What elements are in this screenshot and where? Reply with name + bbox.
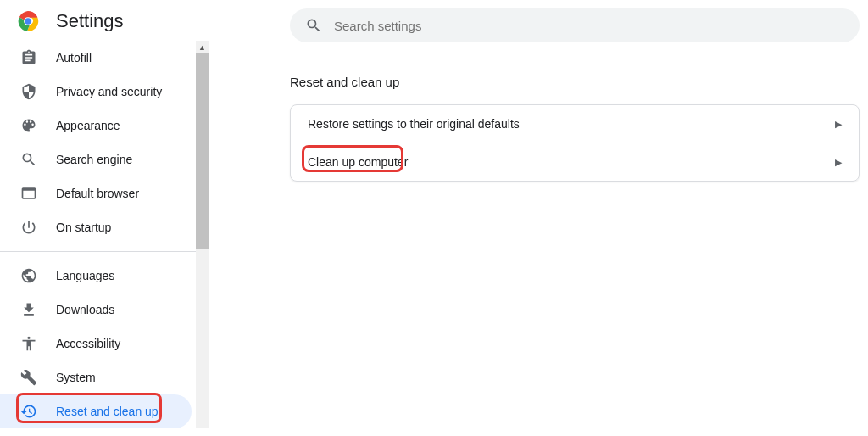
globe-icon (20, 267, 37, 284)
accessibility-icon (20, 335, 37, 352)
sidebar-item-search-engine[interactable]: Search engine (0, 143, 209, 176)
clipboard-icon (20, 49, 37, 66)
sidebar-item-label: Languages (56, 269, 114, 282)
sidebar-item-label: Downloads (56, 303, 114, 316)
power-icon (20, 219, 37, 236)
sidebar-item-label: Search engine (56, 153, 132, 166)
row-label: Restore settings to their original defau… (308, 117, 520, 131)
row-label: Clean up computer (308, 155, 408, 169)
sidebar-item-label: Autofill (56, 51, 92, 64)
search-input[interactable] (334, 19, 844, 33)
scroll-up-icon[interactable]: ▲ (196, 41, 209, 53)
restore-defaults-row[interactable]: Restore settings to their original defau… (291, 105, 859, 143)
sidebar-item-label: Appearance (56, 119, 120, 132)
shield-icon (20, 83, 37, 100)
section-title: Reset and clean up (290, 75, 860, 89)
divider (0, 251, 209, 252)
sidebar-item-on-startup[interactable]: On startup (0, 210, 209, 244)
sidebar-item-label: Default browser (56, 187, 139, 200)
svg-point-5 (25, 18, 31, 25)
sidebar-item-system[interactable]: System (0, 361, 209, 394)
page-title: Settings (56, 10, 124, 32)
sidebar-item-label: System (56, 371, 96, 384)
sidebar-item-label: Accessibility (56, 337, 120, 350)
search-bar[interactable] (290, 8, 860, 42)
sidebar-item-appearance[interactable]: Appearance (0, 109, 209, 143)
search-icon (20, 151, 37, 168)
sidebar-item-accessibility[interactable]: Accessibility (0, 327, 209, 361)
chevron-right-icon: ▶ (835, 157, 842, 168)
wrench-icon (20, 369, 37, 386)
sidebar-item-privacy[interactable]: Privacy and security (0, 75, 209, 109)
scroll-thumb[interactable] (196, 53, 209, 249)
clean-up-computer-row[interactable]: Clean up computer ▶ (291, 143, 859, 181)
chrome-logo-icon (17, 10, 39, 32)
palette-icon (20, 117, 37, 134)
sidebar-item-downloads[interactable]: Downloads (0, 293, 209, 327)
restore-icon (20, 403, 37, 420)
reset-card: Restore settings to their original defau… (290, 104, 860, 182)
sidebar-item-languages[interactable]: Languages (0, 259, 209, 293)
sidebar-item-label: On startup (56, 221, 111, 234)
search-icon (305, 17, 322, 34)
sidebar-item-label: Privacy and security (56, 85, 162, 98)
download-icon (20, 301, 37, 318)
sidebar-item-label: Reset and clean up (56, 405, 159, 418)
chevron-right-icon: ▶ (835, 119, 842, 130)
sidebar-item-reset-clean-up[interactable]: Reset and clean up (0, 394, 192, 428)
sidebar-item-default-browser[interactable]: Default browser (0, 176, 209, 210)
scrollbar[interactable]: ▲ (196, 41, 209, 428)
browser-icon (20, 185, 37, 202)
